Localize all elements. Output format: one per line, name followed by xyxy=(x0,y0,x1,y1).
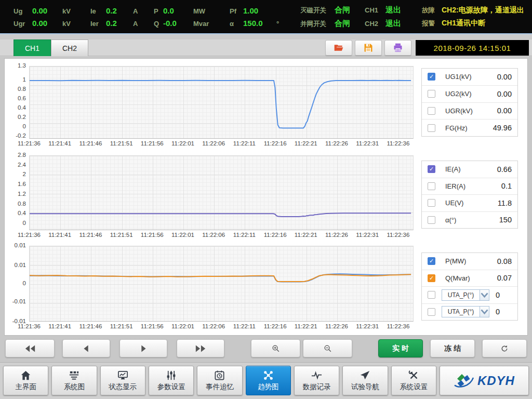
freeze-button[interactable]: 冻 结 xyxy=(430,339,475,357)
unchecked-checkbox[interactable] xyxy=(428,291,435,299)
metric-value: 0.00 xyxy=(32,19,62,28)
file-toolbar xyxy=(325,40,411,56)
metric-label: 灭磁开关 xyxy=(300,6,335,15)
zoom-out-icon xyxy=(322,344,334,353)
nav-system-diagram-button[interactable]: 系统图 xyxy=(51,366,97,395)
nav-home-button[interactable]: 主界面 xyxy=(3,366,48,395)
status-row: Ugr0.00kV xyxy=(14,19,90,28)
x-tick-label: 11:22:26 xyxy=(325,140,348,147)
legend-row: ✓Q(Mvar)0.07 xyxy=(422,270,517,287)
open-file-button[interactable] xyxy=(325,40,352,56)
metric-value: 0.0 xyxy=(163,6,193,15)
metric-unit: Mvar xyxy=(193,20,209,28)
y-tick-label: 1.2 xyxy=(18,191,26,197)
tab-ch2[interactable]: CH2 xyxy=(51,39,88,56)
x-tick-label: 11:22:01 xyxy=(171,323,194,329)
unchecked-checkbox[interactable] xyxy=(428,199,435,207)
fast-backward-icon xyxy=(24,344,36,353)
nav-data-record-button[interactable]: 数据记录 xyxy=(294,366,339,395)
trend-chart-icon xyxy=(262,369,274,381)
signal-value: 11.8 xyxy=(498,199,512,207)
unchecked-checkbox[interactable] xyxy=(428,107,435,115)
y-tick-label: 0.4 xyxy=(18,210,26,216)
checked-checkbox[interactable]: ✓ xyxy=(428,165,435,173)
x-axis-labels: 11:21:3611:21:4111:21:4611:21:5111:21:56… xyxy=(29,232,414,240)
nav-system-settings-button[interactable]: 系统设置 xyxy=(391,366,436,395)
nav-trend-chart-button[interactable]: 趋势图 xyxy=(246,366,291,395)
step-backward-button[interactable] xyxy=(62,339,110,357)
nav-label: 主界面 xyxy=(15,382,36,392)
zoom-out-button[interactable] xyxy=(303,339,352,357)
legend-row: IER(A)0.1 xyxy=(422,178,517,195)
metric-label: Ie xyxy=(90,7,106,15)
signal-value: 0.66 xyxy=(497,165,512,174)
y-tick-label: 1.3 xyxy=(18,62,26,69)
metric-label: 报警 xyxy=(422,19,442,28)
unchecked-checkbox[interactable] xyxy=(428,182,435,190)
signal-value: 0.00 xyxy=(497,107,512,115)
signal-value: 0.08 xyxy=(497,257,512,265)
unchecked-checkbox[interactable] xyxy=(428,124,435,132)
nav-event-recall-button[interactable]: 事件追忆 xyxy=(197,366,242,395)
refresh-icon xyxy=(499,344,510,353)
metric-label: P xyxy=(154,7,163,15)
unchecked-checkbox[interactable] xyxy=(428,308,435,316)
x-tick-label: 11:21:36 xyxy=(18,232,41,238)
metric-value: 0.2 xyxy=(106,6,133,15)
chevron-down-icon[interactable] xyxy=(480,307,489,317)
status-group-0: Ug0.00kVUgr0.00kV xyxy=(14,6,90,28)
nav-status-display-button[interactable]: 状态显示 xyxy=(100,366,145,395)
nav-label: 状态显示 xyxy=(109,382,137,392)
print-button[interactable] xyxy=(384,40,411,56)
checked-checkbox[interactable]: ✓ xyxy=(428,274,435,282)
metric-label: α xyxy=(230,20,243,28)
x-tick-label: 11:22:21 xyxy=(295,140,317,147)
x-tick-label: 11:21:46 xyxy=(79,140,102,147)
signal-select-dropdown[interactable]: UTA_P(°) xyxy=(442,306,489,317)
y-axis-labels: 0.010.010-0.01-0.01 xyxy=(5,246,28,322)
refresh-button[interactable] xyxy=(482,339,527,357)
zoom-in-button[interactable] xyxy=(251,339,300,357)
x-axis-labels: 11:21:3611:21:4111:21:4611:21:5111:21:56… xyxy=(29,140,414,149)
save-button[interactable] xyxy=(355,40,382,56)
status-group-1: Ie0.2AIer0.2A xyxy=(90,6,154,28)
data-record-icon xyxy=(311,369,323,381)
metric-label: Ugr xyxy=(14,20,32,28)
y-tick-label: 0 xyxy=(23,123,26,129)
metric-label: Ier xyxy=(90,20,106,28)
x-tick-label: 11:22:16 xyxy=(264,323,287,329)
metric-label: Q xyxy=(154,20,163,28)
nav-param-settings-button[interactable]: 参数设置 xyxy=(149,366,194,395)
status-display-icon xyxy=(117,369,129,381)
step-forward-button[interactable] xyxy=(119,339,167,357)
status-row: P0.0MW xyxy=(154,6,230,15)
fast-backward-button[interactable] xyxy=(5,339,55,357)
legend-row: UGR(kV)0.00 xyxy=(422,102,517,119)
fast-forward-button[interactable] xyxy=(177,339,224,357)
x-tick-label: 11:22:16 xyxy=(264,232,287,238)
signal-label: IER(A) xyxy=(445,182,466,190)
tab-ch1[interactable]: CH1 xyxy=(14,39,51,56)
x-tick-label: 11:22:01 xyxy=(171,232,194,238)
x-tick-label: 11:22:31 xyxy=(356,232,379,238)
chevron-down-icon[interactable] xyxy=(480,290,489,300)
tab-bar: CH1CH2 xyxy=(14,39,88,56)
checked-checkbox[interactable]: ✓ xyxy=(428,73,435,81)
signal-label: IE(A) xyxy=(445,165,461,173)
signal-value: 0 xyxy=(496,308,500,316)
kdyh-logo: KDYH xyxy=(440,366,529,395)
unchecked-checkbox[interactable] xyxy=(428,90,435,98)
nav-test-navigation-button[interactable]: 试验导航 xyxy=(342,366,388,395)
status-row: 灭磁开关合闸 xyxy=(300,5,365,15)
y-tick-label: 1.6 xyxy=(18,181,26,187)
x-tick-label: 11:22:31 xyxy=(356,140,379,147)
signal-select-dropdown[interactable]: UTA_P(°) xyxy=(442,289,489,301)
status-row: CH2退出 xyxy=(365,19,422,29)
realtime-button[interactable]: 实 时 xyxy=(378,339,423,357)
checked-checkbox[interactable]: ✓ xyxy=(428,257,435,265)
tab-toolbar-row: CH1CH2 2018-09-26 14:15:01 xyxy=(0,34,532,57)
unchecked-checkbox[interactable] xyxy=(428,216,435,224)
x-tick-label: 11:22:31 xyxy=(356,323,379,329)
status-row: Ug0.00kV xyxy=(14,6,90,15)
event-recall-icon xyxy=(214,369,225,381)
